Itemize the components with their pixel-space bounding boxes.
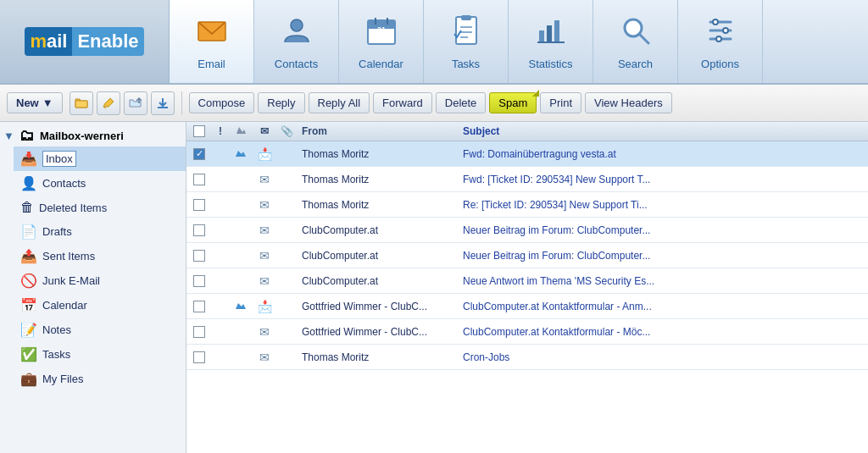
- nav-item-email[interactable]: Email: [170, 0, 254, 83]
- sidebar-item-calendar[interactable]: 📅 Calendar: [14, 293, 186, 318]
- myfiles-label: My Files: [42, 373, 179, 385]
- sidebar-item-junk[interactable]: 🚫 Junk E-Mail: [14, 268, 186, 293]
- row-status: [229, 148, 253, 160]
- row-checkbox[interactable]: [193, 326, 205, 338]
- header-attach: 📎: [276, 122, 297, 141]
- folder-icon-btn[interactable]: [70, 91, 93, 115]
- email-row[interactable]: ✉ ClubComputer.atNeuer Beitrag im Forum:…: [186, 243, 868, 268]
- spam-button[interactable]: Spam: [489, 92, 537, 113]
- row-checkbox[interactable]: [193, 351, 205, 363]
- email-row[interactable]: ✉ Thomas MoritzRe: [Ticket ID: 290534] N…: [186, 192, 868, 218]
- row-from: ClubComputer.at: [297, 221, 458, 240]
- mailbox-root[interactable]: ▼ 🗂 Mailbox-werneri: [0, 122, 186, 146]
- row-envelope: ✉: [253, 325, 276, 339]
- edit-icon-btn[interactable]: [97, 91, 120, 115]
- compose-label: Compose: [198, 97, 246, 109]
- sidebar-item-inbox[interactable]: 📥 Inbox: [14, 146, 186, 171]
- mailbox-collapse-icon: ▼: [3, 130, 14, 142]
- junk-icon: 🚫: [20, 273, 37, 289]
- sidebar-item-sent[interactable]: 📤 Sent Items: [14, 244, 186, 268]
- header-flag: !: [212, 122, 229, 141]
- row-checkbox[interactable]: [193, 224, 205, 236]
- email-row[interactable]: 📩 Gottfried Wimmer - ClubC...ClubCompute…: [186, 294, 868, 319]
- envelope-icon: ✉: [259, 249, 270, 262]
- row-checkbox[interactable]: [193, 275, 205, 287]
- nav-contacts-label: Contacts: [275, 58, 318, 70]
- reply-button[interactable]: Reply: [258, 92, 304, 113]
- sidebar: ▼ 🗂 Mailbox-werneri 📥 Inbox 👤 Contacts 🗑…: [0, 122, 186, 453]
- svg-rect-14: [554, 20, 559, 42]
- search-icon: [619, 14, 653, 54]
- calendar-icon: 21: [364, 14, 398, 54]
- select-all-checkbox[interactable]: [193, 125, 205, 137]
- email-row[interactable]: ✉ Gottfried Wimmer - ClubC...ClubCompute…: [186, 319, 868, 345]
- tasks-icon: [449, 14, 483, 54]
- logo-mail: mail: [25, 27, 72, 56]
- print-button[interactable]: Print: [540, 92, 581, 113]
- forward-button[interactable]: Forward: [373, 92, 432, 113]
- sidebar-item-myfiles[interactable]: 💼 My Files: [14, 367, 186, 391]
- row-envelope: 📩: [253, 300, 276, 313]
- row-from: Thomas Moritz: [297, 196, 458, 214]
- new-button[interactable]: New ▼: [7, 92, 63, 113]
- email-row[interactable]: ✉ Thomas MoritzCron-Jobs: [186, 345, 868, 370]
- delete-label: Delete: [445, 97, 477, 109]
- row-checkbox-col: [186, 351, 212, 363]
- sent-label: Sent Items: [42, 250, 179, 262]
- sidebar-item-drafts[interactable]: 📄 Drafts: [14, 219, 186, 244]
- inbox-label: Inbox: [42, 151, 76, 167]
- sidebar-item-tasks[interactable]: ✅ Tasks: [14, 342, 186, 367]
- row-subject: Neuer Beitrag im Forum: ClubComputer...: [458, 221, 868, 240]
- row-checkbox[interactable]: [193, 174, 205, 185]
- logo: mail Enable: [0, 0, 170, 83]
- contacts-icon: [280, 14, 314, 54]
- nav-item-options[interactable]: Options: [678, 0, 763, 83]
- move-icon-btn[interactable]: [124, 91, 147, 115]
- row-checkbox[interactable]: [193, 199, 205, 211]
- row-checkbox[interactable]: ✓: [193, 148, 205, 160]
- sidebar-sub-items: 👤 Contacts 🗑 Deleted Items 📄 Drafts 📤 Se…: [14, 171, 186, 391]
- mailbox-label: Mailbox-werneri: [40, 130, 124, 142]
- email-icon: [195, 14, 229, 54]
- row-subject: ClubComputer.at Kontaktformular - Möc...: [458, 323, 868, 341]
- header-subject: Subject: [458, 122, 868, 141]
- view-headers-button[interactable]: View Headers: [585, 92, 672, 113]
- sidebar-item-deleted[interactable]: 🗑 Deleted Items: [14, 196, 186, 219]
- forward-label: Forward: [382, 97, 423, 109]
- sidebar-item-contacts[interactable]: 👤 Contacts: [14, 171, 186, 196]
- nav-item-calendar[interactable]: 21 Calendar: [339, 0, 424, 83]
- main-content: ▼ 🗂 Mailbox-werneri 📥 Inbox 👤 Contacts 🗑…: [0, 122, 868, 453]
- delete-button[interactable]: Delete: [436, 92, 487, 113]
- email-row[interactable]: ✉ ClubComputer.atNeuer Beitrag im Forum:…: [186, 218, 868, 243]
- reply-all-button[interactable]: Reply All: [309, 92, 370, 113]
- row-checkbox-col: ✓: [186, 148, 212, 160]
- notes-label: Notes: [42, 323, 179, 336]
- nav-item-search[interactable]: Search: [593, 0, 678, 83]
- svg-point-21: [713, 19, 718, 25]
- toolbar: New ▼: [0, 85, 868, 122]
- row-envelope: ✉: [253, 173, 276, 186]
- calendar-folder-icon: 📅: [20, 297, 37, 313]
- envelope-icon: ✉: [259, 274, 270, 288]
- row-checkbox[interactable]: [193, 301, 205, 312]
- email-row[interactable]: ✉ Thomas MoritzFwd: [Ticket ID: 290534] …: [186, 167, 868, 192]
- sidebar-item-notes[interactable]: 📝 Notes: [14, 318, 186, 342]
- nav-item-statistics[interactable]: Statistics: [509, 0, 593, 83]
- nav-item-tasks[interactable]: Tasks: [424, 0, 509, 83]
- row-envelope: ✉: [253, 198, 276, 212]
- row-subject: Re: [Ticket ID: 290534] New Support Ti..…: [458, 196, 868, 214]
- email-row[interactable]: ✓ 📩 Thomas MoritzFwd: Domainübertragung …: [186, 141, 868, 167]
- compose-button[interactable]: Compose: [189, 92, 255, 113]
- download-icon-btn[interactable]: [151, 91, 175, 115]
- svg-point-1: [291, 19, 303, 31]
- nav-calendar-label: Calendar: [359, 58, 403, 70]
- row-subject: Fwd: [Ticket ID: 290534] New Support T..…: [458, 170, 868, 189]
- svg-text:21: 21: [376, 25, 385, 34]
- nav-email-label: Email: [198, 58, 225, 70]
- row-from: Thomas Moritz: [297, 145, 458, 163]
- junk-label: Junk E-Mail: [42, 274, 179, 287]
- email-row[interactable]: ✉ ClubComputer.atNeue Antwort im Thema '…: [186, 268, 868, 294]
- nav-item-contacts[interactable]: Contacts: [254, 0, 339, 83]
- nav-statistics-label: Statistics: [528, 58, 572, 70]
- row-checkbox[interactable]: [193, 250, 205, 262]
